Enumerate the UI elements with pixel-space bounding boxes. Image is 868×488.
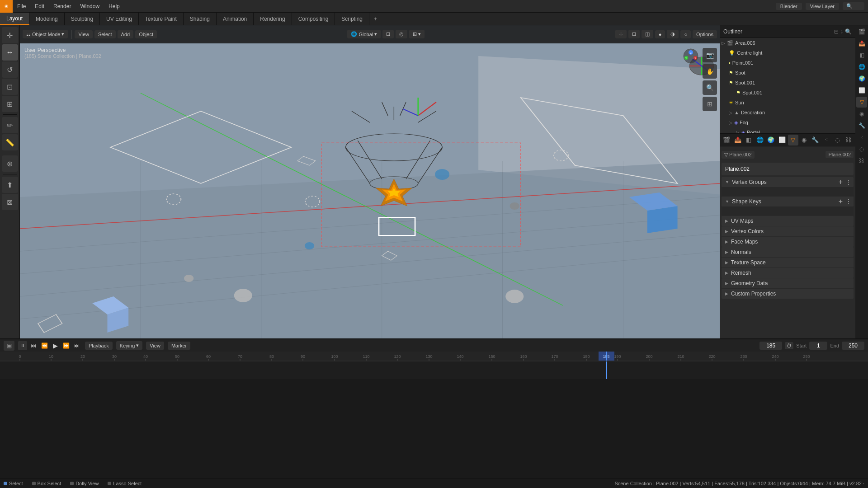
keying-menu-btn[interactable]: Keying ▾: [116, 341, 143, 350]
menu-file[interactable]: File: [13, 0, 30, 12]
move-tool[interactable]: ↔: [2, 44, 18, 61]
jump-end-btn[interactable]: ⏭: [72, 341, 81, 350]
scene-3d[interactable]: User Perspective (185) Scene Collection …: [20, 25, 720, 338]
props-tab-render[interactable]: 🎬: [722, 135, 732, 145]
menu-window[interactable]: Window: [75, 0, 104, 12]
tab-modeling[interactable]: Modeling: [29, 13, 65, 25]
cursor-tool[interactable]: ✛: [2, 27, 18, 43]
section-face-maps-header[interactable]: ▶ Face Maps: [722, 237, 854, 247]
tab-sculpting[interactable]: Sculpting: [65, 13, 100, 25]
next-frame-btn[interactable]: ⏩: [61, 341, 71, 350]
outliner-item[interactable]: ▷ ◈ Fog: [720, 117, 855, 127]
hand-icon[interactable]: ✋: [703, 64, 717, 79]
xray-btn[interactable]: ◫: [642, 30, 653, 38]
vertex-groups-add-btn[interactable]: +: [839, 178, 843, 186]
props-tab-scene[interactable]: 🌐: [755, 135, 765, 145]
outliner-item[interactable]: • Point.001: [720, 58, 855, 68]
tab-compositing[interactable]: Compositing: [292, 13, 335, 25]
timeline-mode-btn[interactable]: ▣: [4, 341, 14, 351]
side-world-icon[interactable]: 🌍: [856, 73, 867, 84]
extrude-tool[interactable]: ⬆: [2, 177, 18, 193]
section-custom-properties-header[interactable]: ▶ Custom Properties: [722, 289, 854, 299]
side-constraints-icon[interactable]: ⛓: [856, 155, 867, 166]
outliner-sort-btn[interactable]: ↕: [840, 28, 843, 35]
outliner-item[interactable]: 💡 Centre light: [720, 48, 855, 58]
zoom-icon[interactable]: 🔍: [703, 80, 717, 95]
prev-frame-btn[interactable]: ⏪: [40, 341, 49, 350]
outliner-item[interactable]: ⚑ Spot: [720, 68, 855, 78]
side-physics-icon[interactable]: ◌: [856, 144, 867, 155]
outliner-filter-btn[interactable]: ⊟: [834, 28, 839, 35]
props-tab-view-layer[interactable]: ◧: [744, 135, 754, 145]
outliner-item[interactable]: ⚑ Spot.001: [720, 88, 855, 98]
props-tab-mesh[interactable]: ▽: [788, 135, 798, 145]
timeline-view-btn[interactable]: View: [146, 342, 164, 350]
section-geometry-data-header[interactable]: ▶ Geometry Data: [722, 278, 854, 288]
section-remesh-header[interactable]: ▶ Remesh: [722, 268, 854, 278]
scene-selector[interactable]: Blender: [776, 3, 802, 10]
tab-rendering[interactable]: Rendering: [254, 13, 292, 25]
tab-shading[interactable]: Shading: [184, 13, 217, 25]
overlay-btn[interactable]: ⊡: [628, 30, 640, 38]
timeline-track[interactable]: [0, 361, 868, 379]
side-particles-icon[interactable]: ⁖: [856, 132, 867, 143]
side-modifier-icon[interactable]: 🔧: [856, 120, 867, 131]
play-btn[interactable]: ⏸: [18, 341, 27, 350]
start-frame-input[interactable]: 1: [809, 342, 827, 350]
proportional-btn[interactable]: ◎: [396, 30, 407, 38]
section-uv-maps-header[interactable]: ▶ UV Maps: [722, 216, 854, 226]
clock-icon[interactable]: ⏱: [785, 342, 793, 349]
props-tab-particles[interactable]: ⁖: [821, 135, 832, 145]
props-tab-world[interactable]: 🌍: [766, 135, 776, 145]
timeline-marker-btn[interactable]: Marker: [168, 342, 190, 350]
props-object-type-btn[interactable]: ▽ Plane.002: [722, 151, 755, 159]
outliner-item[interactable]: ▷ ◈ Portal: [720, 127, 855, 133]
side-material-icon[interactable]: ◉: [856, 108, 867, 119]
section-vertex-groups-header[interactable]: ▼ Vertex Groups + ⋮: [722, 177, 854, 187]
props-tab-constraints[interactable]: ⛓: [844, 135, 854, 145]
outliner-search-btn[interactable]: 🔍: [845, 28, 852, 35]
menu-render[interactable]: Render: [49, 0, 75, 12]
grab-tool[interactable]: ⊠: [2, 194, 18, 210]
outliner-item[interactable]: ☀ Sun: [720, 98, 855, 108]
nav-gizmo[interactable]: Z X Y: [683, 48, 699, 64]
timeline-ruler[interactable]: 0 10 20 30 40 50 60 70 80: [0, 352, 868, 361]
playback-menu-btn[interactable]: Playback: [85, 342, 113, 350]
view-menu-btn[interactable]: View: [75, 30, 93, 38]
tool-settings-btn[interactable]: ⊞ ▾: [409, 30, 425, 38]
side-scene-icon[interactable]: 🌐: [856, 61, 867, 72]
viewport[interactable]: ⚏ Object Mode ▾ View Select Add Object 🌐…: [20, 25, 720, 338]
rotate-tool[interactable]: ↺: [2, 61, 18, 78]
side-output-icon[interactable]: 📤: [856, 38, 867, 49]
view-layer-selector[interactable]: View Layer: [806, 3, 839, 10]
object-name-field[interactable]: Plane.002: [722, 163, 854, 175]
tab-texture-paint[interactable]: Texture Paint: [139, 13, 184, 25]
object-menu-btn[interactable]: Object: [135, 30, 157, 38]
props-tab-physics[interactable]: ◌: [832, 135, 843, 145]
side-view-layer-icon[interactable]: ◧: [856, 50, 867, 61]
section-normals-header[interactable]: ▶ Normals: [722, 247, 854, 257]
menu-edit[interactable]: Edit: [30, 0, 49, 12]
add-menu-btn[interactable]: Add: [118, 30, 134, 38]
annotate-tool[interactable]: ✏: [2, 117, 18, 133]
outliner-item[interactable]: ▷ ▲ Decoration: [720, 108, 855, 117]
section-texture-space-header[interactable]: ▶ Texture Space: [722, 258, 854, 267]
search-btn[interactable]: 🔍: [843, 2, 864, 10]
section-vertex-colors-header[interactable]: ▶ Vertex Colors: [722, 226, 854, 236]
transform-tool[interactable]: ⊞: [2, 96, 18, 112]
add-workspace-btn[interactable]: +: [369, 16, 382, 22]
end-frame-input[interactable]: 250: [842, 342, 864, 350]
select-menu-btn[interactable]: Select: [94, 30, 116, 38]
outliner-item[interactable]: ⚑ Spot.001: [720, 78, 855, 88]
add-tool[interactable]: ⊕: [2, 155, 18, 172]
global-transform-btn[interactable]: 🌐 Global ▾: [347, 30, 381, 38]
side-data-icon[interactable]: ▽: [856, 97, 867, 108]
outliner-item[interactable]: ▷ 🎬 Area.006: [720, 38, 855, 48]
props-tab-modifier[interactable]: 🔧: [810, 135, 821, 145]
props-tab-material[interactable]: ◉: [799, 135, 810, 145]
object-mode-btn[interactable]: ⚏ Object Mode ▾: [23, 30, 68, 38]
jump-start-btn[interactable]: ⏮: [29, 341, 38, 350]
grid-icon[interactable]: ⊞: [703, 97, 717, 111]
options-btn[interactable]: Options: [693, 30, 717, 38]
camera-icon[interactable]: 📷: [703, 48, 717, 62]
